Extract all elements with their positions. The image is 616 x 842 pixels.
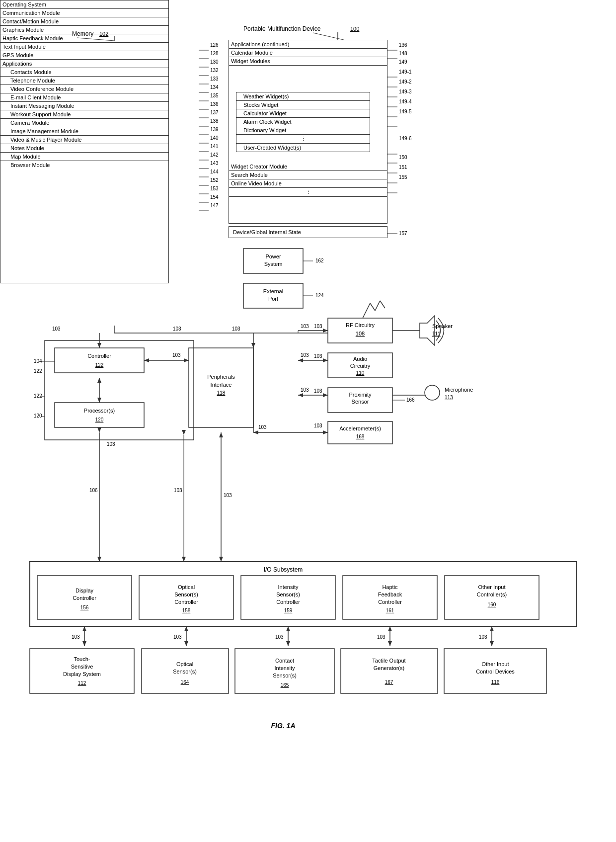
notes-row: Notes Module <box>0 144 168 153</box>
svg-marker-108 <box>97 557 101 562</box>
svg-text:RF Circuitry: RF Circuitry <box>346 322 375 328</box>
svg-text:104: 104 <box>34 358 42 364</box>
svg-text:103: 103 <box>173 634 182 640</box>
svg-text:103: 103 <box>172 352 181 358</box>
svg-text:166: 166 <box>406 397 415 403</box>
ref-144: 144 <box>210 168 219 174</box>
svg-text:Power: Power <box>265 253 281 259</box>
svg-text:Controller: Controller <box>276 599 300 605</box>
svg-text:124: 124 <box>315 293 324 298</box>
svg-marker-198 <box>219 432 223 437</box>
ref-149-5: 149-5 <box>399 108 412 114</box>
svg-rect-67 <box>189 348 253 427</box>
notes-label: Notes Module <box>10 145 44 151</box>
svg-text:103: 103 <box>173 326 181 332</box>
svg-rect-144 <box>343 576 437 619</box>
contact-row: Contact/Motion Module <box>0 17 168 26</box>
svg-text:110: 110 <box>356 370 365 376</box>
svg-rect-64 <box>55 403 144 427</box>
svg-rect-130 <box>37 576 132 619</box>
svg-rect-46 <box>328 318 392 343</box>
svg-text:Controller: Controller <box>87 353 111 359</box>
gps-label: GPS Module <box>2 52 33 58</box>
svg-marker-105 <box>251 343 255 348</box>
ref-149-4: 149-4 <box>399 98 412 104</box>
ref-157: 157 <box>399 230 407 236</box>
onlinevideo-row: Online Video Module <box>229 179 387 188</box>
svg-marker-83 <box>144 358 149 362</box>
svg-text:Display System: Display System <box>63 671 101 677</box>
widgetcreator-row: Widget Creator Module <box>229 163 387 171</box>
stocks-widget-row: Stocks Widget <box>236 101 370 109</box>
onlinevideo-label: Online Video Module <box>231 180 282 186</box>
svg-rect-128 <box>30 562 576 626</box>
svg-text:Contact: Contact <box>275 658 294 664</box>
svg-line-200 <box>363 303 370 318</box>
svg-marker-77 <box>97 343 101 348</box>
contact-label: Contact/Motion Module <box>2 18 59 24</box>
usercreated-widget-row: User-Created Widget(s) <box>236 144 370 152</box>
svg-marker-80 <box>97 378 101 383</box>
ref-136: 136 <box>210 101 219 107</box>
svg-text:165: 165 <box>281 682 289 688</box>
svg-text:103: 103 <box>377 634 385 640</box>
svg-text:Controller: Controller <box>174 599 198 605</box>
ref-149-6: 149-6 <box>399 135 412 141</box>
svg-text:118: 118 <box>217 390 226 396</box>
ref-154: 154 <box>210 194 219 200</box>
svg-marker-94 <box>298 358 303 362</box>
svg-marker-111 <box>182 557 186 562</box>
workout-label: Workout Support Module <box>10 111 71 117</box>
svg-text:Control Devices: Control Devices <box>476 669 515 674</box>
svg-text:103: 103 <box>72 634 80 640</box>
svg-marker-170 <box>490 641 494 646</box>
svg-text:103: 103 <box>174 488 182 493</box>
svg-text:103: 103 <box>301 352 309 358</box>
svg-text:FIG. 1A: FIG. 1A <box>271 722 295 730</box>
svg-text:System: System <box>264 261 283 267</box>
svg-marker-114 <box>97 427 101 432</box>
apps-continued-label: Applications (continued) <box>231 41 289 47</box>
map-label: Map Module <box>10 154 41 160</box>
svg-rect-49 <box>328 353 392 378</box>
videoplayer-label: Video & Music Player Module <box>10 137 81 143</box>
svg-text:103: 103 <box>479 634 487 640</box>
svg-marker-102 <box>253 430 258 434</box>
camera-row: Camera Module <box>0 119 168 127</box>
svg-text:111: 111 <box>432 331 441 337</box>
dots-row: ⋮ <box>236 135 370 144</box>
svg-text:156: 156 <box>80 605 89 610</box>
svg-text:Feedback: Feedback <box>378 591 402 597</box>
apps-continued-box: Applications (continued) Calendar Module… <box>229 40 387 224</box>
svg-rect-36 <box>243 249 303 273</box>
svg-text:Microphone: Microphone <box>445 387 473 393</box>
svg-text:Tactile Output: Tactile Output <box>372 658 405 664</box>
svg-text:Optical: Optical <box>178 584 195 590</box>
svg-rect-178 <box>142 649 229 693</box>
browser-label: Browser Module <box>10 162 50 168</box>
svg-text:167: 167 <box>385 679 393 685</box>
svg-text:Display: Display <box>76 588 94 593</box>
svg-marker-197 <box>219 557 223 562</box>
svg-text:160: 160 <box>488 602 496 607</box>
videoconf-row: Video Conference Module <box>0 85 168 93</box>
svg-text:Portable Multifunction Device: Portable Multifunction Device <box>243 25 321 32</box>
svg-text:158: 158 <box>182 608 191 613</box>
svg-text:Audio: Audio <box>353 356 367 362</box>
ref-142: 142 <box>210 152 219 158</box>
haptic-label: Haptic Feedback Module <box>2 35 63 41</box>
ref-126: 126 <box>210 42 219 48</box>
map-row: Map Module <box>0 153 168 161</box>
svg-text:108: 108 <box>356 331 365 337</box>
imagemgmt-label: Image Management Module <box>10 128 78 134</box>
ref-150: 150 <box>399 154 407 160</box>
svg-point-120 <box>425 385 440 400</box>
svg-text:103: 103 <box>314 353 322 359</box>
svg-text:Touch-: Touch- <box>74 656 90 662</box>
svg-text:103: 103 <box>224 493 232 498</box>
svg-text:Generator(s): Generator(s) <box>374 665 404 671</box>
svg-text:103: 103 <box>301 387 309 393</box>
svg-text:106: 106 <box>89 488 98 493</box>
svg-text:120: 120 <box>95 417 104 422</box>
svg-text:Interface: Interface <box>211 382 232 388</box>
